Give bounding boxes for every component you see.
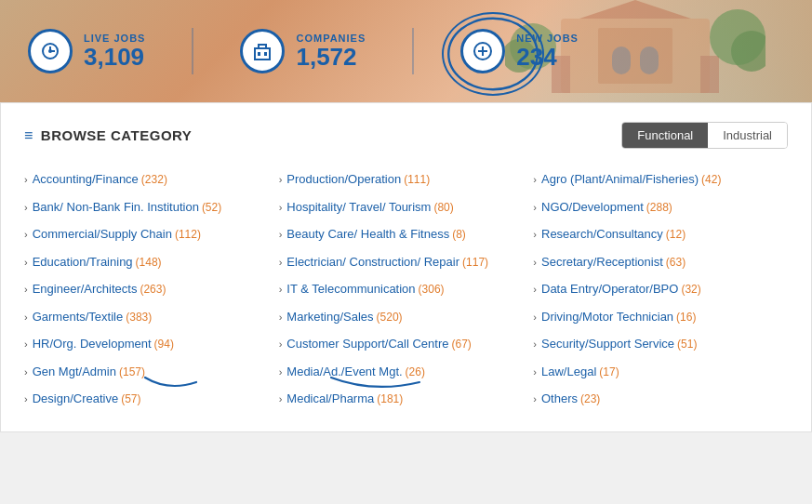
svg-rect-5 xyxy=(612,46,631,74)
category-count: (26) xyxy=(406,364,425,380)
svg-rect-6 xyxy=(640,46,659,74)
category-link[interactable]: Commercial/Supply Chain xyxy=(33,225,172,244)
category-link[interactable]: IT & Telecommunication xyxy=(286,280,415,298)
category-link[interactable]: Driving/Motor Technician xyxy=(541,308,673,326)
category-count: (17) xyxy=(599,364,619,380)
category-link[interactable]: Gen Mgt/Admin xyxy=(33,363,116,381)
category-arrow-icon: › xyxy=(533,310,537,325)
functional-toggle[interactable]: Functional xyxy=(622,123,708,148)
companies-icon xyxy=(240,29,285,73)
toggle-group: Functional Industrial xyxy=(621,122,788,149)
category-item: ›Accounting/Finance (232) xyxy=(24,166,279,193)
category-count: (51) xyxy=(677,336,697,352)
category-arrow-icon: › xyxy=(24,365,28,380)
category-link[interactable]: Customer Support/Call Centre xyxy=(286,335,448,353)
category-arrow-icon: › xyxy=(533,172,537,188)
category-item: ›Production/Operation (111) xyxy=(279,166,534,193)
category-item: ›Design/Creative (57) xyxy=(24,385,279,413)
category-col-3: ›Agro (Plant/Animal/Fisheries) (42)›NGO/… xyxy=(533,166,788,413)
category-arrow-icon: › xyxy=(279,255,283,271)
category-arrow-icon: › xyxy=(24,172,28,188)
browse-title-text: BROWSE CATEGORY xyxy=(41,127,193,143)
category-link[interactable]: Engineer/Architects xyxy=(33,280,138,298)
category-arrow-icon: › xyxy=(24,310,28,325)
category-arrow-icon: › xyxy=(533,282,537,298)
category-item: ›Marketing/Sales (520) xyxy=(279,303,534,331)
new-jobs-stat: NEW JOBS 234 xyxy=(460,29,579,73)
category-arrow-icon: › xyxy=(533,365,537,380)
industrial-toggle[interactable]: Industrial xyxy=(708,123,787,148)
divider-1 xyxy=(192,28,193,74)
live-jobs-text: LIVE JOBS 3,109 xyxy=(84,33,145,71)
category-link[interactable]: Electrician/ Construction/ Repair xyxy=(286,253,459,272)
category-item: ›Research/Consultancy (12) xyxy=(533,220,788,248)
category-item: ›NGO/Development (288) xyxy=(533,193,788,221)
category-item: ›Secretary/Receptionist (63) xyxy=(533,248,788,276)
svg-rect-15 xyxy=(255,48,270,60)
list-icon: ≡ xyxy=(24,127,33,144)
category-count: (383) xyxy=(126,309,152,325)
category-link[interactable]: Media/Ad./Event Mgt. xyxy=(286,363,402,381)
category-count: (52) xyxy=(202,199,221,216)
category-item: ›Others (23) xyxy=(533,385,788,413)
category-count: (232) xyxy=(141,171,167,188)
category-grid: ›Accounting/Finance (232)›Bank/ Non-Bank… xyxy=(24,166,788,413)
category-item: ›Garments/Textile (383) xyxy=(24,303,279,331)
category-link[interactable]: Medical/Pharma xyxy=(286,390,374,408)
category-count: (80) xyxy=(433,199,453,216)
category-col-1: ›Accounting/Finance (232)›Bank/ Non-Bank… xyxy=(24,166,279,413)
category-arrow-icon: › xyxy=(279,200,283,216)
category-arrow-icon: › xyxy=(279,172,283,188)
category-count: (94) xyxy=(154,336,174,352)
category-count: (288) xyxy=(646,199,672,216)
live-jobs-stat: LIVE JOBS 3,109 xyxy=(28,29,145,73)
category-count: (8) xyxy=(452,226,466,243)
category-link[interactable]: Garments/Textile xyxy=(33,308,124,326)
category-count: (42) xyxy=(701,171,721,188)
category-item: ›Electrician/ Construction/ Repair (117) xyxy=(279,248,534,276)
browse-header: ≡ BROWSE CATEGORY Functional Industrial xyxy=(24,122,788,149)
category-count: (16) xyxy=(676,309,696,325)
category-count: (117) xyxy=(462,254,488,271)
category-link[interactable]: Beauty Care/ Health & Fitness xyxy=(286,225,449,244)
category-item: ›Bank/ Non-Bank Fin. Institution (52) xyxy=(24,193,279,221)
category-link[interactable]: Production/Operation xyxy=(286,170,401,189)
new-jobs-label: NEW JOBS xyxy=(516,33,579,44)
banner: LIVE JOBS 3,109 COMPANIES 1,572 xyxy=(0,0,812,102)
browse-title: ≡ BROWSE CATEGORY xyxy=(24,127,192,144)
new-jobs-text: NEW JOBS 234 xyxy=(516,33,579,71)
category-link[interactable]: HR/Org. Development xyxy=(33,335,152,353)
category-arrow-icon: › xyxy=(533,337,537,352)
category-link[interactable]: Secretary/Receptionist xyxy=(541,253,663,272)
category-link[interactable]: Education/Training xyxy=(33,253,133,272)
category-link[interactable]: NGO/Development xyxy=(541,198,644,217)
category-link[interactable]: Agro (Plant/Animal/Fisheries) xyxy=(541,170,699,189)
category-item: ›Agro (Plant/Animal/Fisheries) (42) xyxy=(533,166,788,193)
divider-2 xyxy=(412,28,414,74)
svg-marker-2 xyxy=(579,0,691,19)
svg-rect-19 xyxy=(264,52,267,56)
category-link[interactable]: Hospitality/ Travel/ Tourism xyxy=(286,198,431,217)
category-link[interactable]: Design/Creative xyxy=(33,390,119,408)
svg-point-14 xyxy=(48,49,52,53)
category-link[interactable]: Marketing/Sales xyxy=(286,308,373,326)
new-jobs-value: 234 xyxy=(516,44,579,71)
category-count: (306) xyxy=(419,281,445,298)
category-link[interactable]: Research/Consultancy xyxy=(541,225,663,244)
category-link[interactable]: Law/Legal xyxy=(541,363,596,381)
companies-value: 1,572 xyxy=(296,44,366,71)
live-jobs-value: 3,109 xyxy=(84,44,145,71)
category-link[interactable]: Accounting/Finance xyxy=(33,170,139,189)
category-link[interactable]: Data Entry/Operator/BPO xyxy=(541,280,678,298)
category-arrow-icon: › xyxy=(24,282,28,298)
category-arrow-icon: › xyxy=(533,391,537,407)
svg-rect-1 xyxy=(598,28,672,84)
category-link[interactable]: Bank/ Non-Bank Fin. Institution xyxy=(33,198,199,217)
category-link[interactable]: Security/Support Service xyxy=(541,335,674,353)
category-arrow-icon: › xyxy=(24,227,28,243)
page-wrapper: LIVE JOBS 3,109 COMPANIES 1,572 xyxy=(0,0,812,432)
category-count: (23) xyxy=(580,391,600,407)
category-count: (148) xyxy=(136,254,162,271)
category-arrow-icon: › xyxy=(24,200,28,216)
category-link[interactable]: Others xyxy=(541,390,578,408)
